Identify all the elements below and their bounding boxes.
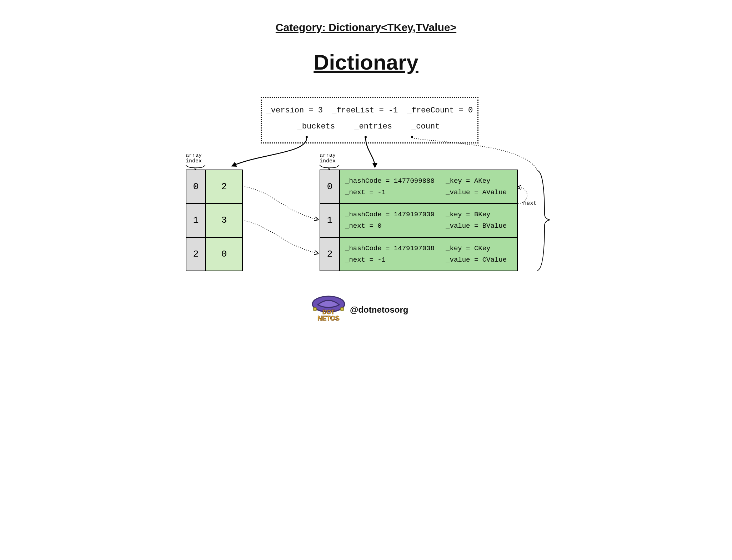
bucket-value-2: 0 xyxy=(206,238,243,271)
next-pointer-label: next xyxy=(523,200,537,207)
bucket-value-1: 3 xyxy=(206,204,243,237)
svg-point-5 xyxy=(340,307,344,311)
entry-row-1: _hashCode = 1479197039 _next = 0 _key = … xyxy=(340,204,518,237)
state-row-2: _buckets _entries _count xyxy=(287,115,449,131)
state-row-1: _version = 3 _freeList = -1 _freeCount =… xyxy=(262,98,477,115)
buckets-array-index-label: array index xyxy=(186,153,202,164)
bucket-index-2: 2 xyxy=(186,238,206,271)
dictionary-state-box: _version = 3 _freeList = -1 _freeCount =… xyxy=(261,97,478,143)
entry2-next: _next = -1 xyxy=(345,256,438,264)
dotnetos-logo: DOT NETOS xyxy=(311,294,346,323)
state-entries: _entries xyxy=(354,122,392,131)
entry2-key: _key = CKey xyxy=(446,244,512,252)
entry0-next: _next = -1 xyxy=(345,188,438,196)
svg-point-4 xyxy=(313,307,317,311)
state-buckets: _buckets xyxy=(297,122,335,131)
entry-row-2: _hashCode = 1479197038 _next = -1 _key =… xyxy=(340,238,518,271)
state-freecount: _freeCount = 0 xyxy=(407,106,473,115)
bucket-index-0: 0 xyxy=(186,170,206,204)
entry0-hashcode: _hashCode = 1477099888 xyxy=(345,177,438,185)
entry-index-1: 1 xyxy=(320,204,340,237)
entry1-key: _key = BKey xyxy=(446,211,512,218)
entries-array-index-label: array index xyxy=(320,153,336,164)
entry-index-2: 2 xyxy=(320,238,340,271)
logo-text-bottom: NETOS xyxy=(317,315,340,322)
entry1-next: _next = 0 xyxy=(345,222,438,230)
entries-table: 0 _hashCode = 1477099888 _next = -1 _key… xyxy=(320,170,518,271)
category-heading: Category: Dictionary<TKey,TValue> xyxy=(146,21,586,34)
entry0-key: _key = AKey xyxy=(446,177,512,185)
footer-handle: @dotnetosorg xyxy=(350,305,408,315)
entry1-value: _value = BValue xyxy=(446,222,512,230)
buckets-table: 0 2 1 3 2 0 xyxy=(186,170,243,271)
bucket-value-0: 2 xyxy=(206,170,243,204)
state-count: _count xyxy=(411,122,440,131)
state-freelist: _freeList = -1 xyxy=(332,106,398,115)
entry1-hashcode: _hashCode = 1479197039 xyxy=(345,211,438,218)
state-version: _version = 3 xyxy=(266,106,323,115)
logo-text-top: DOT xyxy=(322,309,335,315)
entry-row-0: _hashCode = 1477099888 _next = -1 _key =… xyxy=(340,170,518,204)
bucket-index-1: 1 xyxy=(186,204,206,237)
entry-index-0: 0 xyxy=(320,170,340,204)
page-title: Dictionary xyxy=(146,50,586,75)
entry2-hashcode: _hashCode = 1479197038 xyxy=(345,244,438,252)
entry0-value: _value = AValue xyxy=(446,188,512,196)
entry2-value: _value = CValue xyxy=(446,256,512,264)
